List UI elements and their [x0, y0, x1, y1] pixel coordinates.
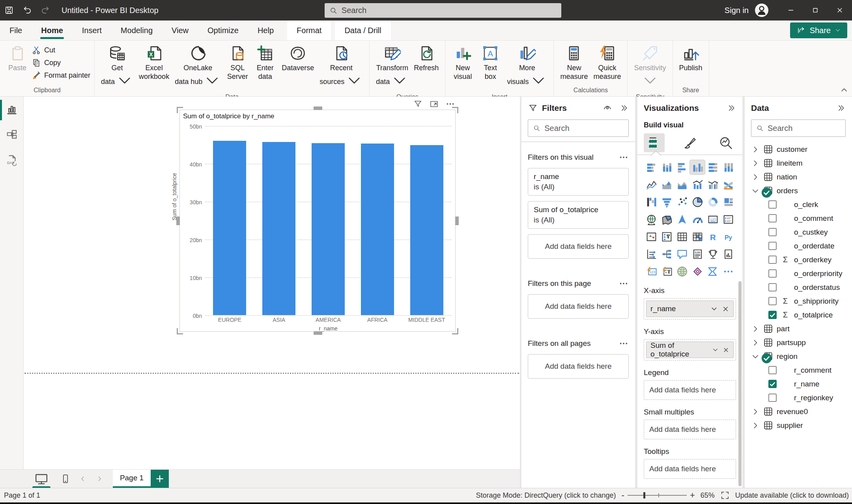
- chevron-right-icon[interactable]: [751, 145, 760, 154]
- report-view-button[interactable]: [6, 104, 18, 116]
- visual-type-azure-map[interactable]: [674, 212, 689, 226]
- bar-africa[interactable]: [361, 144, 394, 315]
- visual-type-key-influencers[interactable]: [644, 247, 659, 261]
- well-small-multiples[interactable]: Add data fields here: [644, 420, 736, 439]
- fit-to-page-icon[interactable]: [720, 491, 730, 500]
- ribbon-item-sensitivity[interactable]: Sensitivity: [632, 43, 668, 93]
- tab-optimize[interactable]: Optimize: [198, 21, 248, 40]
- ribbon-item-cut[interactable]: Cut: [32, 45, 90, 55]
- tab-format-visual[interactable]: [680, 133, 701, 152]
- visual-type-map[interactable]: [644, 212, 659, 226]
- bar-america[interactable]: [312, 143, 345, 315]
- visual-type-area[interactable]: [659, 177, 674, 192]
- mobile-layout-button[interactable]: [61, 472, 70, 485]
- tree-table-nation[interactable]: nation: [751, 170, 846, 184]
- resize-handle-top-left[interactable]: [177, 107, 183, 113]
- ribbon-item-dataverse[interactable]: Dataverse: [279, 43, 316, 74]
- checkbox-unchecked[interactable]: [768, 242, 777, 250]
- add-data-fields-drop-target[interactable]: Add data fields here: [528, 294, 629, 319]
- resize-handle-bottom-right[interactable]: [452, 328, 458, 334]
- update-available[interactable]: Update available (click to download): [735, 491, 849, 500]
- collapse-data-pane-icon[interactable]: [836, 103, 846, 113]
- visual-type-stacked-bar[interactable]: [644, 160, 659, 174]
- tab-build-visual[interactable]: [644, 133, 665, 152]
- zoom-in-button[interactable]: +: [690, 490, 695, 500]
- chevron-right-icon[interactable]: [751, 338, 760, 347]
- checkbox-unchecked[interactable]: [768, 269, 777, 278]
- visual-type-matrix[interactable]: [690, 230, 705, 244]
- remove-field-icon[interactable]: [722, 305, 729, 313]
- visual-type-funnel-chart[interactable]: [659, 195, 674, 209]
- tree-field-o-orderkey[interactable]: Σo_orderkey: [751, 253, 846, 267]
- visual-type-clustered-bar[interactable]: [674, 160, 689, 174]
- chevron-right-icon[interactable]: [751, 159, 760, 168]
- minimize-button[interactable]: [779, 0, 803, 21]
- visual-filter-icon[interactable]: [413, 99, 423, 109]
- checkbox-unchecked[interactable]: [768, 297, 777, 305]
- filters-search-box[interactable]: [528, 119, 629, 137]
- bar-asia[interactable]: [262, 142, 295, 315]
- next-page-arrow[interactable]: [95, 475, 103, 483]
- close-button[interactable]: [828, 0, 852, 21]
- ribbon-item-format-painter[interactable]: Format painter: [32, 71, 90, 80]
- section-more-options-icon[interactable]: [618, 152, 629, 162]
- chevron-down-icon[interactable]: [710, 305, 718, 313]
- visual-type-python[interactable]: Py: [721, 230, 736, 244]
- tree-field-r-regionkey[interactable]: r_regionkey: [751, 391, 846, 405]
- ribbon-item-new-visual[interactable]: Newvisual: [449, 43, 476, 82]
- tab-file[interactable]: File: [0, 21, 32, 40]
- visual-type-ribbon[interactable]: [721, 177, 736, 192]
- global-search-input[interactable]: [342, 6, 557, 15]
- tab-analytics[interactable]: [715, 133, 736, 152]
- visual-type-line-stacked-column[interactable]: [690, 177, 705, 192]
- visual-type-power-apps[interactable]: [690, 264, 705, 278]
- visual-type-column-100[interactable]: [721, 160, 736, 174]
- tab-view[interactable]: View: [162, 21, 198, 40]
- ribbon-item-recent-sources[interactable]: Recentsources: [317, 43, 365, 93]
- visual-type-bar-100[interactable]: [705, 160, 720, 174]
- model-view-button[interactable]: [6, 129, 18, 141]
- previous-page-arrow[interactable]: [79, 475, 87, 483]
- ribbon-item-excel-workbook[interactable]: XExcelworkbook: [136, 43, 172, 82]
- visual-type-clustered-column[interactable]: [690, 160, 705, 174]
- visual-type-card-new[interactable]: 123: [644, 264, 659, 278]
- tree-field-o-totalprice[interactable]: Σo_totalprice: [751, 308, 846, 322]
- tree-table-region[interactable]: region: [751, 349, 846, 363]
- visual-type-scatter[interactable]: [674, 195, 689, 209]
- visual-type-r-script[interactable]: R: [705, 230, 720, 244]
- visualizations-scrollbar[interactable]: [738, 281, 742, 486]
- show-hide-pane-icon[interactable]: [603, 103, 612, 113]
- ribbon-item-transform-data[interactable]: Transformdata: [374, 43, 411, 93]
- visual-type-kpi[interactable]: [644, 230, 659, 244]
- add-page-button[interactable]: [151, 470, 169, 488]
- tree-table-orders[interactable]: orders: [751, 184, 846, 198]
- resize-handle-bottom[interactable]: [314, 331, 322, 335]
- dax-query-view-button[interactable]: DAX: [6, 154, 18, 166]
- collapse-visualizations-pane-icon[interactable]: [727, 103, 736, 113]
- resize-handle-top-right[interactable]: [452, 107, 458, 113]
- tree-field-o-clerk[interactable]: o_clerk: [751, 198, 846, 211]
- global-search-box[interactable]: [325, 3, 561, 18]
- tree-field-o-shippriority[interactable]: Σo_shippriority: [751, 294, 846, 308]
- visual-type-smart-narrative[interactable]: [690, 247, 705, 261]
- tab-insert[interactable]: Insert: [73, 21, 111, 40]
- well-legend[interactable]: Add data fields here: [644, 380, 736, 400]
- page-tab-page-1[interactable]: Page 1: [113, 470, 151, 488]
- zoom-slider-thumb[interactable]: [643, 492, 645, 498]
- visual-type-slicer[interactable]: [659, 230, 674, 244]
- collapse-filters-pane-icon[interactable]: [619, 103, 629, 113]
- visual-type-gauge[interactable]: [690, 212, 705, 226]
- visual-type-power-automate[interactable]: [705, 264, 720, 278]
- tree-field-o-orderstatus[interactable]: o_orderstatus: [751, 280, 846, 294]
- add-data-fields-drop-target[interactable]: Add data fields here: [646, 383, 734, 398]
- resize-handle-bottom-left[interactable]: [177, 328, 183, 334]
- visual-type-line-clustered-column[interactable]: [705, 177, 720, 192]
- well-y-axis[interactable]: Sum of o_totalprice: [644, 339, 736, 360]
- checkbox-checked[interactable]: [768, 380, 777, 388]
- collapse-ribbon-button[interactable]: [839, 85, 849, 95]
- tree-field-o-orderpriority[interactable]: o_orderpriority: [751, 267, 846, 280]
- maximize-button[interactable]: [803, 0, 828, 21]
- checkbox-checked[interactable]: [768, 311, 777, 319]
- checkbox-unchecked[interactable]: [768, 214, 777, 222]
- visual-type-stacked-column[interactable]: [659, 160, 674, 174]
